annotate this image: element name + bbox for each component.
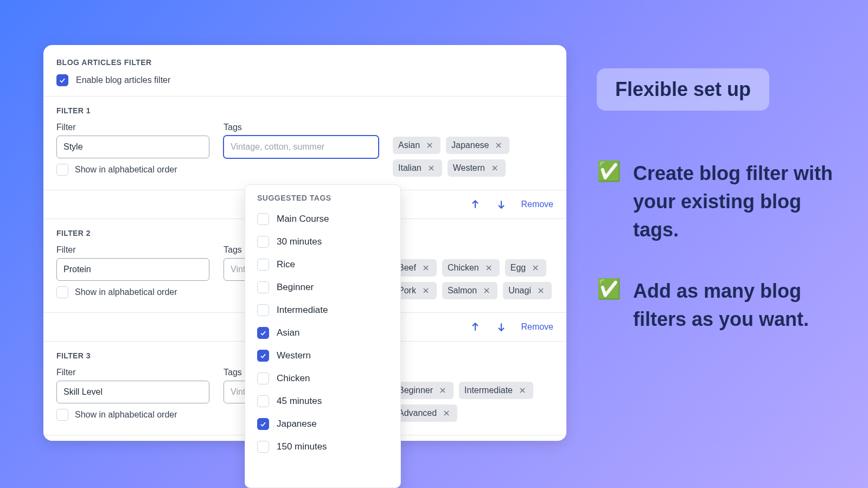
move-up-button[interactable] [469, 198, 482, 211]
tag-chip: Asian [393, 137, 441, 154]
suggested-tag-label: 45 minutes [277, 396, 322, 407]
promo-badge: Flexible set up [597, 68, 769, 111]
card-header: BLOG ARTICLES FILTER Enable blog article… [43, 45, 566, 97]
filter-label: Filter [56, 245, 209, 255]
section-eyebrow: BLOG ARTICLES FILTER [56, 58, 553, 67]
tag-chip-label: Asian [398, 140, 420, 150]
tag-remove-icon[interactable] [535, 285, 546, 296]
tag-chip: Unagi [503, 282, 552, 299]
move-down-button[interactable] [495, 320, 508, 333]
suggested-tag-label: Rice [277, 259, 295, 270]
tag-chip-label: Italian [398, 163, 422, 173]
suggested-tag-item[interactable]: Western [255, 344, 391, 367]
alpha-order-label: Show in alphabetical order [75, 287, 177, 297]
alpha-order-checkbox[interactable] [56, 164, 68, 176]
suggested-tag-label: Western [277, 350, 311, 361]
suggested-tag-label: Chicken [277, 373, 310, 384]
check-icon: ✅ [597, 277, 621, 300]
suggested-tag-item[interactable]: Intermediate [255, 299, 391, 322]
tag-chip: Advanced [393, 404, 457, 422]
suggested-tag-checkbox[interactable] [257, 213, 269, 225]
suggested-tag-checkbox[interactable] [257, 304, 269, 316]
suggested-tag-item[interactable]: 150 minutes [255, 435, 391, 458]
tag-chip: Western [448, 159, 506, 177]
suggested-tags-dropdown: SUGGESTED TAGS Main Course30 minutesRice… [245, 184, 401, 488]
suggested-tag-item[interactable]: Chicken [255, 367, 391, 390]
tags-input[interactable] [224, 136, 379, 158]
tag-chip-label: Beginner [398, 386, 433, 395]
suggested-tag-checkbox[interactable] [257, 441, 269, 453]
tag-remove-icon[interactable] [517, 385, 528, 396]
tag-chip: Egg [505, 259, 546, 277]
tag-remove-icon[interactable] [424, 140, 435, 151]
tag-chip-label: Advanced [398, 408, 437, 418]
tag-remove-icon[interactable] [420, 262, 431, 273]
suggested-tag-checkbox[interactable] [257, 236, 269, 248]
enable-checkbox[interactable] [56, 74, 68, 86]
filter-eyebrow: FILTER 1 [56, 106, 553, 115]
move-up-button[interactable] [469, 320, 482, 333]
suggested-tag-checkbox[interactable] [257, 350, 269, 362]
suggested-tag-item[interactable]: Main Course [255, 208, 391, 230]
enable-row: Enable blog articles filter [56, 74, 553, 86]
suggested-tag-item[interactable]: Rice [255, 253, 391, 276]
filter-block: FILTER 1FilterShow in alphabetical order… [43, 97, 566, 190]
check-icon: ✅ [597, 159, 621, 183]
suggested-tag-checkbox[interactable] [257, 281, 269, 293]
tag-remove-icon[interactable] [426, 163, 437, 174]
tag-chip: Beginner [393, 382, 454, 399]
promo-bullet-text: Add as many blog filters as you want. [633, 277, 850, 333]
suggested-eyebrow: SUGGESTED TAGS [255, 194, 391, 202]
tag-remove-icon[interactable] [483, 262, 494, 273]
tags-label: Tags [224, 123, 379, 132]
suggested-tag-item[interactable]: Beginner [255, 276, 391, 299]
suggested-tag-checkbox[interactable] [257, 259, 269, 271]
suggested-tag-label: Main Course [277, 214, 329, 224]
tag-chip-label: Unagi [508, 286, 531, 296]
suggested-tag-label: Japanese [277, 419, 317, 429]
tag-remove-icon[interactable] [437, 385, 448, 396]
tag-chip: Italian [393, 159, 442, 177]
suggested-tag-label: Beginner [277, 282, 314, 293]
remove-link[interactable]: Remove [521, 322, 553, 332]
enable-label: Enable blog articles filter [76, 75, 170, 85]
alpha-order-checkbox[interactable] [56, 409, 68, 421]
suggested-tag-item[interactable]: Japanese [255, 413, 391, 435]
suggested-tag-label: Intermediate [277, 305, 328, 316]
tag-remove-icon[interactable] [493, 140, 504, 151]
tag-chip: Chicken [442, 259, 500, 277]
tag-remove-icon[interactable] [530, 262, 541, 273]
suggested-tag-checkbox[interactable] [257, 327, 269, 339]
remove-link[interactable]: Remove [521, 200, 553, 209]
suggested-tag-item[interactable]: Asian [255, 322, 391, 344]
filter-label: Filter [56, 123, 209, 132]
tag-chip: Intermediate [459, 382, 533, 399]
filter-name-input[interactable] [56, 258, 209, 281]
promo-panel: Flexible set up ✅Create blog filter with… [597, 68, 850, 366]
tag-chip: Japanese [446, 137, 509, 154]
suggested-tag-checkbox[interactable] [257, 418, 269, 430]
suggested-tag-item[interactable]: 45 minutes [255, 390, 391, 413]
suggested-tag-checkbox[interactable] [257, 373, 269, 384]
alpha-order-label: Show in alphabetical order [75, 410, 177, 420]
filter-name-input[interactable] [56, 136, 209, 158]
filter-label: Filter [56, 368, 209, 377]
tag-remove-icon[interactable] [489, 163, 500, 174]
suggested-tag-label: 30 minutes [277, 236, 322, 247]
suggested-tag-checkbox[interactable] [257, 395, 269, 407]
tag-chip-label: Intermediate [464, 386, 513, 395]
suggested-tag-label: 150 minutes [277, 441, 327, 452]
filter-name-input[interactable] [56, 381, 209, 403]
tag-remove-icon[interactable] [441, 408, 452, 419]
alpha-order-checkbox[interactable] [56, 286, 68, 298]
tag-chip-label: Western [453, 163, 485, 173]
tag-chip-label: Japanese [451, 140, 489, 150]
tag-chip: Salmon [442, 282, 497, 299]
alpha-order-label: Show in alphabetical order [75, 165, 177, 175]
tag-chip-label: Chicken [448, 263, 479, 273]
tag-remove-icon[interactable] [420, 285, 431, 296]
tag-remove-icon[interactable] [481, 285, 492, 296]
move-down-button[interactable] [495, 198, 508, 211]
tag-chip-label: Salmon [448, 286, 477, 296]
suggested-tag-item[interactable]: 30 minutes [255, 230, 391, 253]
